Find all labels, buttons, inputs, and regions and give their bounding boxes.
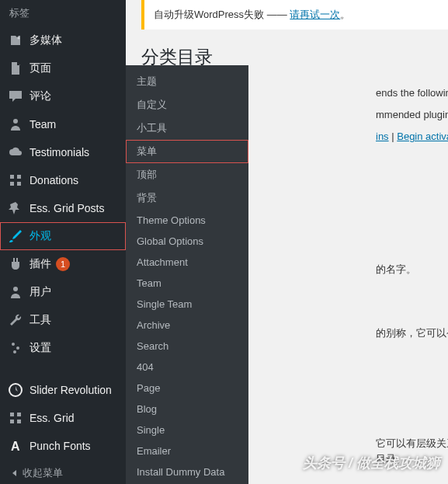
submenu-single[interactable]: Single <box>126 420 248 440</box>
sidebar-item-label: 收起菜单 <box>23 466 63 480</box>
svg-point-9 <box>13 350 16 353</box>
plugin-update-badge: 1 <box>56 257 70 271</box>
svg-rect-3 <box>17 175 21 179</box>
appearance-submenu: 主题 自定义 小工具 菜单 顶部 背景 Theme Options Global… <box>126 65 248 484</box>
submenu-blog[interactable]: Blog <box>126 399 248 420</box>
submenu-header[interactable]: 顶部 <box>126 163 248 186</box>
sidebar-item-testimonials[interactable]: Testimonials <box>0 138 126 166</box>
submenu-customize[interactable]: 自定义 <box>126 93 248 117</box>
submenu-404[interactable]: 404 <box>126 357 248 378</box>
retry-link[interactable]: 请再试一次 <box>290 9 340 20</box>
submenu-page[interactable]: Page <box>126 378 248 399</box>
comment-icon <box>8 89 23 104</box>
submenu-archive[interactable]: Archive <box>126 315 248 336</box>
sidebar-item-label: Ess. Grid Posts <box>30 202 104 214</box>
submenu-installdummy[interactable]: Install Dummy Data <box>126 461 248 482</box>
sidebar-item-label: 页面 <box>30 61 51 75</box>
svg-rect-14 <box>17 420 21 423</box>
brush-icon <box>8 228 23 244</box>
sidebar-collapse[interactable]: 收起菜单 <box>0 460 126 484</box>
notice-suffix: 。 <box>340 9 350 20</box>
update-notice: 自动升级WordPress失败 —— 请再试一次。 <box>141 0 448 30</box>
sidebar-item-sliderrev[interactable]: Slider Revolution <box>0 376 126 404</box>
page-icon <box>8 61 23 76</box>
plugin-actions: ins | Begin activating plugin | Dismiss … <box>376 131 448 142</box>
watermark: 头条号 / 做全栈攻城狮 <box>303 454 440 472</box>
sidebar-item-label: 多媒体 <box>30 33 62 47</box>
svg-point-6 <box>13 287 18 291</box>
plugin-recommend-2: mmended plugin is currently inactive: Vi… <box>376 109 448 120</box>
sidebar-item-label: Donations <box>30 174 78 186</box>
submenu-widgets[interactable]: 小工具 <box>126 117 248 140</box>
sidebar-item-label: 外观 <box>30 229 51 243</box>
collapse-icon <box>12 470 16 476</box>
media-icon <box>8 33 23 48</box>
sidebar-item-pages[interactable]: 页面 <box>0 54 126 82</box>
sidebar-item-label: Punch Fonts <box>30 440 91 452</box>
pin-icon <box>8 200 23 216</box>
sidebar-item-comments[interactable]: 评论 <box>0 82 126 110</box>
submenu-globaloptions[interactable]: Global Options <box>126 231 248 252</box>
plugin-icon <box>8 256 23 272</box>
submenu-search[interactable]: Search <box>126 336 248 357</box>
svg-point-0 <box>18 37 20 40</box>
sidebar-item-label: Testimonials <box>30 146 89 158</box>
submenu-themes[interactable]: 主题 <box>126 70 248 93</box>
sidebar-item-tools[interactable]: 工具 <box>0 306 126 334</box>
plugin-recommend-1: ends the following plugins: Instagram Wi… <box>376 87 448 99</box>
sidebar-header[interactable]: 标签 <box>0 0 126 26</box>
ins-link[interactable]: ins <box>376 131 389 142</box>
svg-rect-13 <box>10 420 14 423</box>
submenu-team[interactable]: Team <box>126 273 248 294</box>
sidebar-item-essgrid[interactable]: Ess. Grid <box>0 404 126 432</box>
sidebar-item-punchfonts[interactable]: A Punch Fonts <box>0 432 126 460</box>
sidebar-item-label: Team <box>30 118 56 131</box>
sidebar-item-appearance[interactable]: 外观 <box>0 222 126 250</box>
svg-rect-4 <box>10 182 14 186</box>
activate-plugin-link[interactable]: Begin activating plugin <box>397 131 448 142</box>
slug-desc: 的别称，它可以令URL更美观。通常使用小写， <box>376 326 448 340</box>
svg-point-8 <box>16 346 19 350</box>
sliders-icon <box>8 340 23 356</box>
rev-icon <box>8 382 23 398</box>
sidebar-item-media[interactable]: 多媒体 <box>0 26 126 54</box>
sidebar-item-essgridposts[interactable]: Ess. Grid Posts <box>0 194 126 222</box>
user-icon <box>8 284 23 300</box>
sidebar-item-label: 设置 <box>30 341 51 355</box>
svg-rect-12 <box>17 413 21 416</box>
grid-icon <box>8 172 23 188</box>
svg-rect-5 <box>17 182 21 186</box>
submenu-singleteam[interactable]: Single Team <box>126 294 248 315</box>
sidebar-item-label: Ess. Grid <box>30 412 75 424</box>
sidebar-item-plugins[interactable]: 插件 1 <box>0 250 126 278</box>
sidebar-item-label: Slider Revolution <box>30 384 112 396</box>
sidebar-item-label: 评论 <box>30 89 51 103</box>
cloud-icon <box>8 145 23 160</box>
sidebar-item-label: 用户 <box>30 285 51 299</box>
notice-text: 自动升级WordPress失败 —— <box>154 9 290 20</box>
submenu-themeoptions[interactable]: Theme Options <box>126 210 248 231</box>
admin-sidebar: 标签 多媒体 页面 评论 Team Testimonials Donations… <box>0 0 126 484</box>
sidebar-item-team[interactable]: Team <box>0 110 126 138</box>
svg-point-7 <box>12 343 15 346</box>
svg-point-1 <box>13 119 18 124</box>
essgrid-icon <box>8 410 23 426</box>
font-icon: A <box>8 438 23 454</box>
svg-text:A: A <box>11 440 20 453</box>
team-icon <box>8 117 23 132</box>
submenu-emailer[interactable]: Emailer <box>126 440 248 461</box>
hierarchy-desc: 它可以有层级关系。您可以有一个"音乐"分类 <box>376 437 448 451</box>
sidebar-item-donations[interactable]: Donations <box>0 166 126 194</box>
sidebar-item-label: 工具 <box>30 313 51 327</box>
svg-rect-11 <box>10 413 14 416</box>
name-desc: 的名字。 <box>376 263 416 277</box>
submenu-menus[interactable]: 菜单 <box>126 140 248 163</box>
wrench-icon <box>8 312 23 328</box>
svg-rect-2 <box>10 175 14 179</box>
submenu-attachment[interactable]: Attachment <box>126 252 248 273</box>
sidebar-item-label: 插件 <box>30 257 51 271</box>
sidebar-item-settings[interactable]: 设置 <box>0 334 126 362</box>
submenu-background[interactable]: 背景 <box>126 186 248 210</box>
sidebar-item-users[interactable]: 用户 <box>0 278 126 306</box>
